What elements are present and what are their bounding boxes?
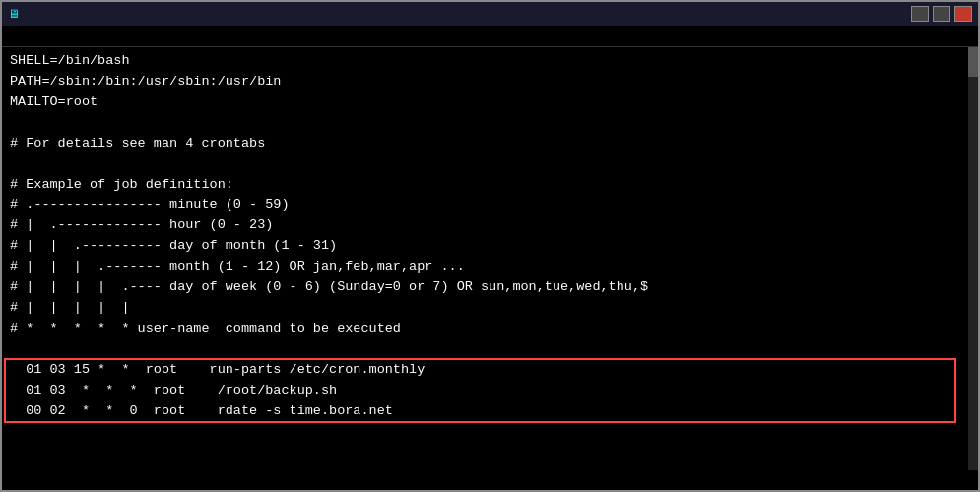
- editor-line: 01 03 15 * * root run-parts /etc/cron.mo…: [10, 360, 960, 381]
- maximize-button[interactable]: [933, 6, 950, 22]
- editor-line: 01 03 * * * root /root/backup.sh: [10, 381, 960, 401]
- editor-line: [10, 113, 960, 134]
- editor-line: # | | .---------- day of month (1 - 31): [10, 236, 960, 257]
- editor-area[interactable]: SHELL=/bin/bashPATH=/sbin:/bin:/usr/sbin…: [2, 47, 968, 470]
- title-bar-left: 🖥: [8, 7, 26, 22]
- terminal-window: 🖥 SHELL=/bin/bashPATH=/sbin:/bin:/usr/sb…: [0, 0, 980, 492]
- editor-line: # .---------------- minute (0 - 59): [10, 195, 960, 215]
- editor-line: # | | | | |: [10, 298, 960, 319]
- editor-line: SHELL=/bin/bash: [10, 51, 960, 72]
- editor-line: # | .------------- hour (0 - 23): [10, 215, 960, 236]
- title-bar-controls: [911, 6, 972, 22]
- editor-line: [10, 154, 960, 175]
- editor-line: PATH=/sbin:/bin:/usr/sbin:/usr/bin: [10, 72, 960, 92]
- close-button[interactable]: [954, 6, 972, 22]
- terminal-icon: 🖥: [8, 7, 20, 22]
- editor-line: # * * * * * user-name command to be exec…: [10, 319, 960, 339]
- minimize-button[interactable]: [911, 6, 929, 22]
- editor-line: # Example of job definition:: [10, 175, 960, 196]
- editor-line: [10, 339, 960, 360]
- scrollbar[interactable]: [968, 47, 978, 470]
- scrollbar-thumb[interactable]: [968, 47, 978, 77]
- nano-status-text: [10, 471, 18, 486]
- editor-line: # | | | .------- month (1 - 12) OR jan,f…: [10, 257, 960, 277]
- nano-status-bar: [2, 470, 978, 490]
- editor-line: # For details see man 4 crontabs: [10, 134, 960, 154]
- title-bar: 🖥: [2, 2, 978, 26]
- editor-wrapper: SHELL=/bin/bashPATH=/sbin:/bin:/usr/sbin…: [2, 47, 978, 470]
- editor-line: MAILTO=root: [10, 92, 960, 113]
- editor-line: 00 02 * * 0 root rdate -s time.bora.net: [10, 401, 960, 422]
- editor-line: # | | | | .---- day of week (0 - 6) (Sun…: [10, 277, 960, 298]
- nano-header: [2, 26, 978, 47]
